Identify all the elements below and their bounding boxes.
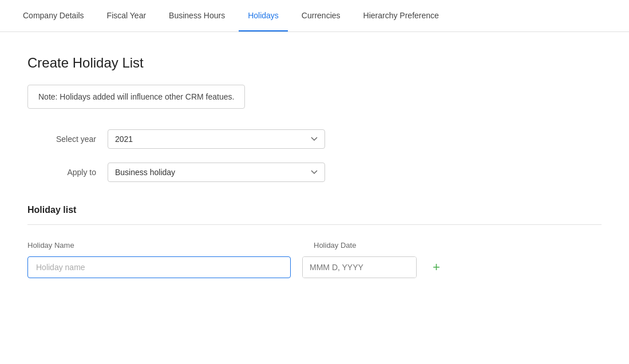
form-section: Select year 2019 2020 2021 2022 2023 App… — [27, 129, 602, 182]
holiday-list-title: Holiday list — [27, 205, 602, 215]
select-year-label: Select year — [27, 134, 96, 144]
nav-item-company-details[interactable]: Company Details — [14, 1, 93, 31]
nav-item-hierarchy-preference[interactable]: Hierarchy Preference — [354, 1, 448, 31]
year-select[interactable]: 2019 2020 2021 2022 2023 — [108, 129, 325, 149]
section-divider — [27, 224, 602, 225]
apply-to-row: Apply to Business holiday All employees … — [27, 163, 602, 182]
page-title: Create Holiday List — [27, 55, 602, 71]
holiday-date-input[interactable] — [303, 257, 417, 278]
holiday-list-header: Holiday Name Holiday Date — [27, 241, 602, 250]
add-holiday-button[interactable]: + — [428, 259, 445, 276]
nav-item-currencies[interactable]: Currencies — [292, 1, 350, 31]
info-note: Note: Holidays added will influence othe… — [27, 85, 245, 109]
nav-item-business-hours[interactable]: Business Hours — [160, 1, 234, 31]
holiday-name-input[interactable] — [27, 256, 291, 278]
holiday-name-column-label: Holiday Name — [27, 241, 291, 250]
nav-item-holidays[interactable]: Holidays — [239, 1, 288, 31]
holiday-list-section: Holiday list Holiday Name Holiday Date — [27, 205, 602, 278]
apply-to-label: Apply to — [27, 168, 96, 177]
nav-item-fiscal-year[interactable]: Fiscal Year — [98, 1, 155, 31]
select-year-row: Select year 2019 2020 2021 2022 2023 — [27, 129, 602, 149]
main-content: Create Holiday List Note: Holidays added… — [0, 32, 629, 301]
top-nav: Company Details Fiscal Year Business Hou… — [0, 0, 629, 32]
holiday-date-input-wrapper — [302, 256, 417, 278]
holiday-date-column-label: Holiday Date — [314, 241, 428, 250]
holiday-form-row: + — [27, 256, 602, 278]
apply-to-select[interactable]: Business holiday All employees Custom — [108, 163, 325, 182]
